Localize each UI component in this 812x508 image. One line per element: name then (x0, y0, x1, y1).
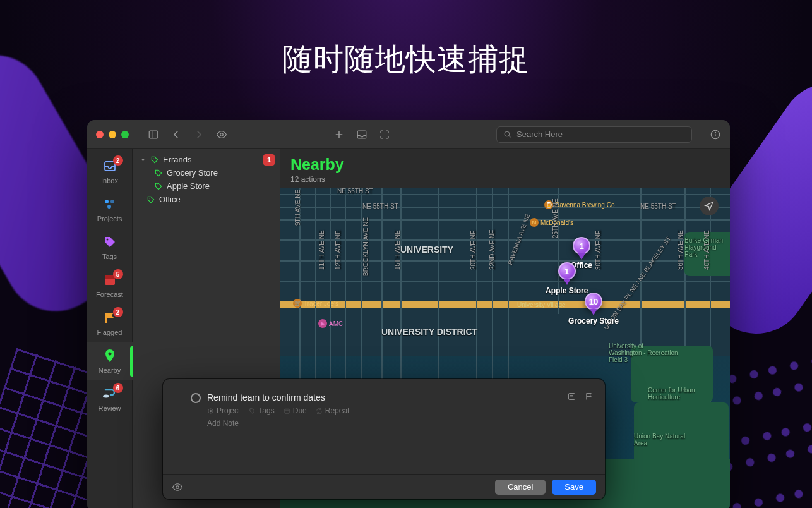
svg-point-13 (110, 200, 114, 203)
inbox-badge: 2 (113, 155, 123, 166)
tag-icon (154, 182, 163, 191)
map-poi: University Village (517, 301, 566, 308)
due-field[interactable]: Due (284, 406, 307, 415)
field-label: Due (293, 406, 307, 415)
eye-icon[interactable] (172, 481, 183, 493)
cancel-button[interactable]: Cancel (495, 480, 546, 495)
quick-entry-sheet: Remind team to confirm dates Project Tag… (163, 379, 605, 499)
search-icon (503, 130, 511, 138)
repeat-field[interactable]: Repeat (316, 406, 350, 415)
task-title-input[interactable]: Remind team to confirm dates (207, 392, 592, 402)
review-icon: 6 (102, 385, 118, 402)
svg-point-12 (105, 200, 109, 203)
sidebar-item-label: Nearby (99, 366, 121, 374)
locate-me-button[interactable] (700, 197, 719, 215)
tag-label: Errands (163, 155, 192, 164)
project-field[interactable]: Project (207, 406, 240, 415)
map-street-label: 30TH AVE NE (595, 230, 602, 270)
task-checkbox[interactable] (191, 393, 201, 403)
sidebar-item-label: Tags (102, 253, 117, 260)
svg-point-21 (157, 171, 157, 171)
search-input[interactable]: Search Here (496, 126, 692, 143)
projects-icon (102, 196, 118, 212)
map-poi: MMcDonald's (530, 218, 573, 227)
map-street-label: NE 55TH ST (362, 203, 398, 210)
svg-rect-0 (149, 131, 158, 138)
focus-button[interactable] (379, 129, 390, 140)
tag-row-grocery[interactable]: Grocery Store (133, 166, 280, 179)
sidebar: 2 Inbox Projects Tags 5 (87, 149, 133, 508)
svg-point-10 (715, 132, 715, 133)
sidebar-item-forecast[interactable]: 5 Forecast (87, 267, 133, 305)
tag-row-apple[interactable]: Apple Store (133, 179, 280, 193)
map-poi: 🍺Ravenna Brewing Co (544, 200, 615, 209)
svg-point-15 (106, 239, 108, 241)
tag-label: Grocery Store (167, 168, 218, 178)
map-poi: University of Washington - Recreation Fi… (609, 342, 678, 363)
sidebar-item-projects[interactable]: Projects (87, 191, 133, 229)
attachment-icon[interactable] (567, 392, 576, 401)
close-window-button[interactable] (96, 131, 104, 138)
review-badge: 6 (113, 383, 123, 393)
save-button[interactable]: Save (552, 480, 596, 495)
inbox-quickentry-button[interactable] (356, 129, 367, 140)
info-button[interactable] (710, 129, 721, 140)
eye-icon[interactable] (216, 129, 227, 140)
svg-point-2 (220, 133, 224, 136)
tags-field[interactable]: Tags (249, 406, 274, 415)
map-pin[interactable]: 1 Apple Store (546, 262, 588, 295)
map-street-label: 36TH AVE NE (677, 230, 684, 270)
location-arrow-icon (704, 201, 714, 211)
map-poi: 🛒Trader Joe's (293, 299, 338, 308)
tag-icon (150, 155, 159, 164)
flagged-badge: 2 (113, 307, 123, 317)
search-placeholder: Search Here (516, 130, 563, 139)
map-pin[interactable]: 10 Grocery Store (568, 293, 619, 325)
sidebar-item-flagged[interactable]: 2 Flagged (87, 305, 133, 342)
map-poi: Burke-Gilman Playground Park (684, 237, 730, 258)
titlebar: Search Here (87, 120, 730, 149)
map-poi: Union Bay Natural Area (634, 433, 691, 447)
minimize-window-button[interactable] (109, 131, 116, 138)
map-street-label: 22ND AVE NE (489, 229, 496, 270)
field-label: Tags (258, 406, 274, 415)
sidebar-item-label: Flagged (97, 329, 122, 336)
project-icon (207, 408, 214, 414)
svg-point-18 (108, 353, 111, 356)
nav-back-button[interactable] (170, 129, 182, 140)
flag-icon[interactable] (584, 392, 594, 401)
tag-icon (146, 195, 155, 204)
svg-point-23 (149, 197, 150, 198)
note-input[interactable]: Add Note (207, 419, 592, 428)
tags-panel-badge: 1 (263, 154, 275, 166)
tag-row-office[interactable]: Office (133, 193, 280, 206)
map-district-label: UNIVERSITY (400, 245, 453, 255)
map-pin-label: Grocery Store (568, 317, 619, 325)
calendar-icon (284, 408, 290, 414)
forecast-icon: 5 (102, 272, 118, 288)
sidebar-item-review[interactable]: 6 Review (87, 380, 133, 418)
sidebar-item-label: Forecast (96, 291, 123, 298)
tag-row-errands[interactable]: ▾ Errands (133, 153, 280, 166)
zoom-window-button[interactable] (121, 131, 129, 138)
map-poi: Center for Urban Horticulture (648, 387, 717, 401)
map-street-label: 9TH AVE NE (294, 190, 301, 226)
sidebar-item-tags[interactable]: Tags (87, 229, 133, 267)
map-street-label: BROOKLYN AVE NE (362, 217, 369, 276)
field-label: Project (217, 406, 240, 415)
chevron-down-icon[interactable]: ▾ (139, 156, 146, 163)
sidebar-item-inbox[interactable]: 2 Inbox (87, 153, 133, 191)
toggle-sidebar-button[interactable] (148, 129, 159, 140)
flagged-icon: 2 (102, 310, 118, 326)
svg-point-14 (107, 205, 111, 209)
map-street-label: 15TH AVE NE (394, 230, 401, 270)
nav-forward-button[interactable] (193, 129, 205, 140)
svg-rect-28 (569, 394, 575, 400)
svg-line-7 (509, 136, 511, 138)
sidebar-item-nearby[interactable]: Nearby (87, 342, 133, 380)
add-button[interactable] (333, 129, 345, 140)
tag-label: Apple Store (167, 181, 210, 191)
marketing-headline: 随时随地快速捕捉 (0, 39, 812, 80)
svg-point-31 (176, 485, 179, 488)
page-subtitle: 12 actions (290, 175, 720, 184)
